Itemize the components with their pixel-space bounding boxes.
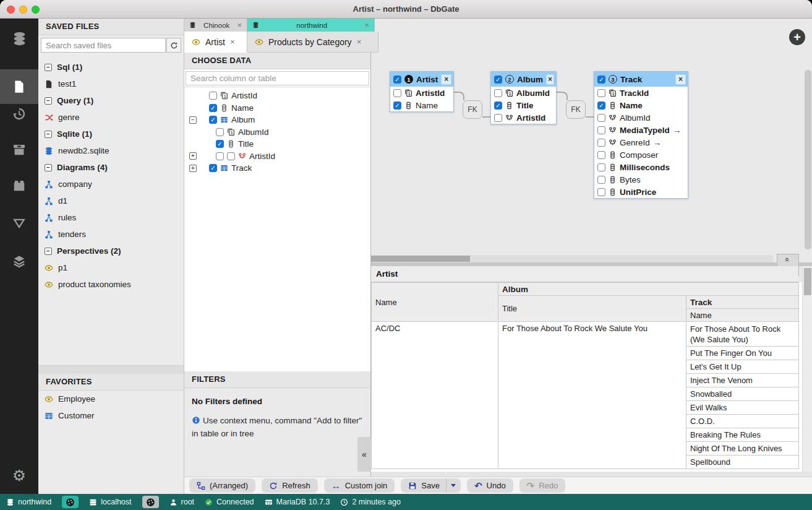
saved-file-item[interactable]: newdb2.sqlite [38, 142, 184, 159]
column-search-input[interactable] [186, 71, 369, 85]
saved-files-group[interactable]: Sql (1) [38, 59, 184, 76]
designer-column-row[interactable]: TrackId [594, 87, 688, 99]
checkbox-unchecked[interactable] [597, 139, 605, 147]
tree-item-artistid[interactable]: ArtistId [184, 150, 370, 163]
cell-track-name[interactable]: Evil Walks [686, 401, 799, 415]
checkbox-unchecked[interactable] [209, 92, 217, 100]
cell-track-name[interactable]: Snowballed [686, 387, 799, 401]
table-card-header[interactable]: 2Album [491, 72, 556, 87]
designer-column-row[interactable]: GenreId [594, 136, 688, 149]
saved-files-group[interactable]: Perspectives (2) [38, 243, 184, 259]
checkbox-unchecked[interactable] [393, 89, 401, 97]
cell-track-name[interactable]: For Those About To Rock (We Salute You) [686, 322, 799, 347]
checkbox-checked[interactable] [597, 102, 605, 110]
checkbox-checked[interactable] [209, 116, 217, 124]
file-tab[interactable]: Artist [184, 32, 247, 53]
database-color-badge[interactable] [142, 496, 159, 508]
fk-navigate-icon[interactable] [653, 138, 662, 147]
fk-navigate-icon[interactable] [673, 126, 682, 135]
fk-join-badge[interactable]: FK [566, 100, 586, 119]
table-card-header[interactable]: 3Track [594, 72, 688, 87]
designer-column-row[interactable]: AlbumId [594, 111, 688, 124]
refresh-files-button[interactable] [166, 38, 181, 53]
designer-column-row[interactable]: Milliseconds [594, 161, 688, 173]
checkbox-unchecked[interactable] [227, 152, 235, 160]
fk-join-badge[interactable]: FK [463, 100, 482, 119]
undo-button[interactable]: ↶Undo [467, 478, 513, 493]
saved-file-item[interactable]: company [38, 176, 184, 192]
checkbox-unchecked[interactable] [216, 128, 224, 136]
tree-expander-icon[interactable] [189, 165, 197, 172]
result-grid[interactable]: NameAlbumTitleTrackNameAC/DCFor Those Ab… [371, 282, 802, 472]
arranged-button[interactable]: (Arranged) [189, 478, 255, 493]
designer-table-artist[interactable]: 1ArtistArtistIdName [390, 71, 454, 112]
canvas-horizontal-scrollbar[interactable] [371, 255, 773, 262]
cell-track-name[interactable]: C.O.D. [686, 415, 799, 428]
save-button[interactable]: Save [401, 478, 446, 493]
tree-expander-icon[interactable] [189, 116, 197, 124]
favorites-splitter[interactable] [38, 365, 184, 374]
status-item[interactable]: northwind [6, 498, 51, 506]
saved-file-item[interactable]: product taxonomies [38, 276, 184, 293]
cell-track-name[interactable]: Night Of The Long Knives [686, 442, 799, 456]
checkbox-unchecked[interactable] [216, 152, 224, 160]
close-tab-icon[interactable] [364, 21, 369, 29]
table-card-header[interactable]: 1Artist [390, 72, 453, 87]
cell-track-name[interactable]: Inject The Venom [686, 374, 799, 387]
tree-item-name[interactable]: Name [184, 102, 370, 115]
collapse-expander-icon[interactable] [45, 248, 52, 255]
checkbox-checked[interactable] [494, 76, 502, 84]
saved-files-group[interactable]: Sqlite (1) [38, 126, 184, 142]
saved-file-item[interactable]: d1 [38, 192, 184, 209]
cell-track-name[interactable]: Let's Get It Up [686, 360, 799, 374]
checkbox-checked[interactable] [209, 164, 217, 172]
checkbox-unchecked[interactable] [597, 176, 605, 184]
designer-column-row[interactable]: Composer [594, 149, 688, 161]
checkbox-unchecked[interactable] [494, 89, 502, 97]
activity-item-history[interactable] [0, 106, 38, 122]
tree-item-albumid[interactable]: AlbumId [184, 126, 370, 139]
checkbox-checked[interactable] [393, 102, 401, 110]
close-table-icon[interactable] [675, 74, 686, 85]
cell-track-name[interactable]: Breaking The Rules [686, 428, 799, 442]
designer-column-row[interactable]: ArtistId [491, 111, 556, 124]
designer-column-row[interactable]: ArtistId [390, 87, 453, 99]
saved-files-group[interactable]: Query (1) [38, 92, 184, 109]
saved-file-item[interactable]: tenders [38, 226, 184, 243]
status-item[interactable]: Connected [205, 498, 254, 506]
grid-row[interactable]: AC/DCFor Those About To Rock We Salute Y… [372, 322, 799, 347]
activity-item-file[interactable] [0, 79, 38, 95]
status-item[interactable]: MariaDB 10.7.3 [265, 498, 330, 506]
checkbox-unchecked[interactable] [597, 126, 605, 134]
saved-file-item[interactable]: p1 [38, 259, 184, 276]
close-tab-icon[interactable] [237, 21, 242, 29]
database-color-badge[interactable] [62, 496, 79, 508]
checkbox-unchecked[interactable] [597, 188, 605, 196]
favorite-item[interactable]: Customer [38, 407, 184, 424]
status-item[interactable]: localhost [89, 498, 131, 506]
saved-file-item[interactable]: test1 [38, 76, 184, 92]
checkbox-checked[interactable] [597, 76, 605, 84]
saved-files-search-input[interactable] [41, 38, 166, 53]
grid-vertical-scrollbar[interactable] [802, 266, 812, 472]
grid-horizontal-scrollbar[interactable] [371, 472, 812, 477]
designer-table-album[interactable]: 2AlbumAlbumIdTitleArtistId [490, 71, 557, 124]
status-item[interactable]: root [169, 498, 195, 506]
column-header-album-title[interactable]: Title [498, 296, 686, 322]
database-tab-chinook[interactable]: Chinook [184, 19, 247, 32]
designer-column-row[interactable]: Name [390, 99, 453, 111]
checkbox-unchecked[interactable] [597, 114, 605, 122]
column-header-artist-name[interactable]: Name [372, 283, 498, 322]
saved-file-item[interactable]: rules [38, 209, 184, 226]
close-table-icon[interactable] [546, 74, 554, 85]
tree-item-artistid[interactable]: ArtistId [184, 90, 370, 102]
checkbox-unchecked[interactable] [494, 114, 502, 122]
zoom-in-button[interactable] [789, 29, 805, 45]
checkbox-unchecked[interactable] [597, 163, 605, 171]
status-item[interactable]: 2 minutes ago [340, 498, 401, 506]
collapse-expander-icon[interactable] [45, 164, 52, 171]
cell-album-title[interactable]: For Those About To Rock We Salute You [498, 322, 686, 469]
cell-artist-name[interactable]: AC/DC [372, 322, 498, 469]
favorite-item[interactable]: Employee [38, 391, 184, 407]
cell-track-name[interactable]: Put The Finger On You [686, 347, 799, 360]
